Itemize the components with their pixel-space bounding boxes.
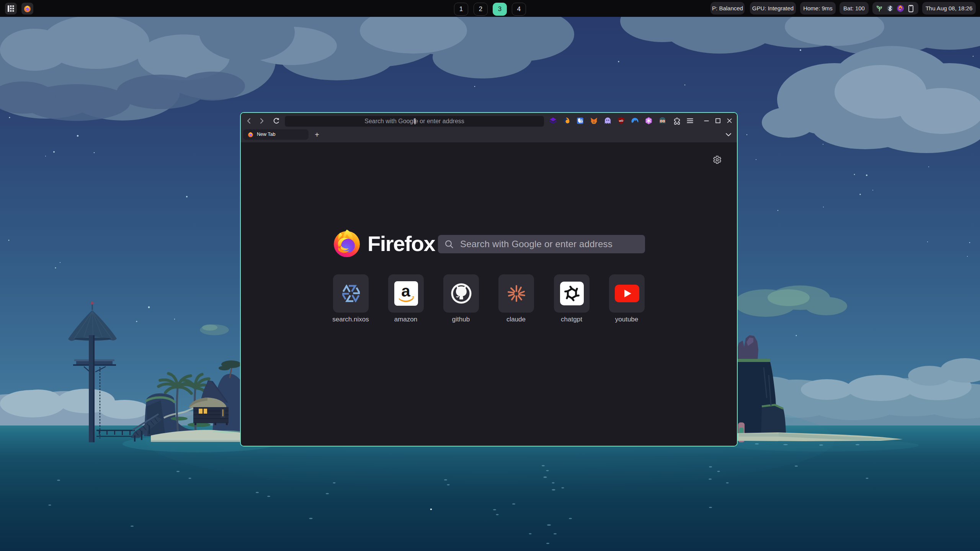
svg-text:a: a bbox=[401, 282, 410, 300]
svg-text:uO: uO bbox=[619, 119, 623, 122]
